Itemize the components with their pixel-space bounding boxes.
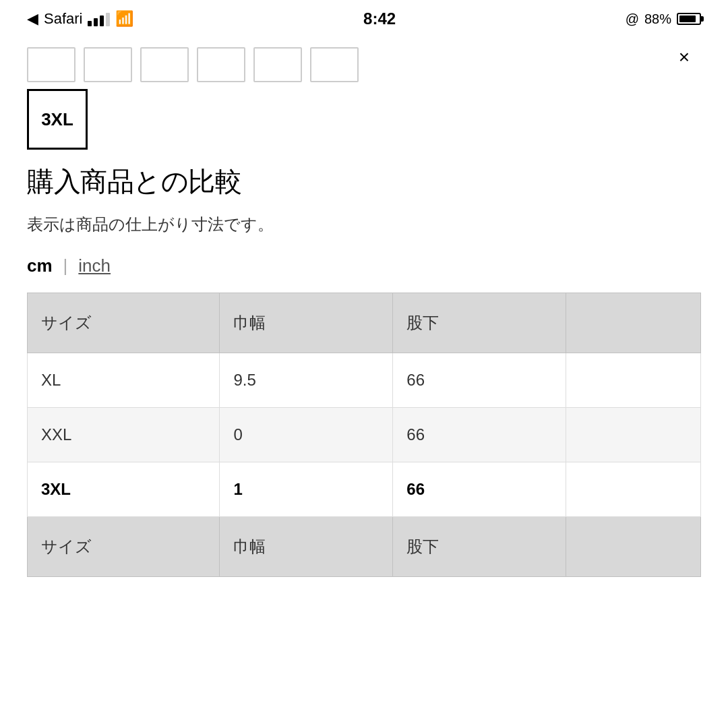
- unit-inch[interactable]: inch: [78, 255, 111, 276]
- cell-size-xxl: XXL: [28, 408, 220, 462]
- selected-size-badge: 3XL: [27, 89, 88, 150]
- header-extra: [566, 293, 701, 353]
- unit-toggle: cm | inch: [27, 255, 701, 276]
- time-display: 8:42: [363, 9, 396, 28]
- signal-bar-3: [100, 16, 104, 26]
- cell-extra-xxl: [566, 408, 701, 462]
- size-tab-1[interactable]: [27, 47, 75, 82]
- footer-haba: 巾幅: [220, 517, 393, 577]
- size-tab-5[interactable]: [253, 47, 302, 82]
- cell-mata-xxl: 66: [393, 408, 566, 462]
- battery-icon: [677, 13, 701, 25]
- carrier-label: Safari: [44, 10, 82, 28]
- signal-bars: [88, 11, 110, 26]
- status-left: ◀ Safari 📶: [27, 10, 133, 28]
- cell-size-xl: XL: [28, 353, 220, 408]
- status-bar: ◀ Safari 📶 8:42 @ 88%: [0, 0, 728, 35]
- cell-size-3xl: 3XL: [28, 462, 220, 517]
- footer-extra: [566, 517, 701, 577]
- size-tab-3[interactable]: [140, 47, 189, 82]
- description-text: 表示は商品の仕上がり寸法です。: [27, 214, 701, 235]
- footer-mata: 股下: [393, 517, 566, 577]
- battery-percent: 88%: [644, 11, 671, 27]
- footer-size: サイズ: [28, 517, 220, 577]
- cell-haba-xl: 9.5: [220, 353, 393, 408]
- cell-extra-3xl: [566, 462, 701, 517]
- selected-size-container: 3XL: [0, 89, 728, 150]
- header-haba: 巾幅: [220, 293, 393, 353]
- unit-cm[interactable]: cm: [27, 255, 53, 276]
- battery-fill: [679, 16, 696, 22]
- header-mata: 股下: [393, 293, 566, 353]
- cell-mata-3xl: 66: [393, 462, 566, 517]
- size-tab-6[interactable]: [310, 47, 359, 82]
- wifi-icon: 📶: [115, 10, 133, 28]
- header-size: サイズ: [28, 293, 220, 353]
- size-table: サイズ 巾幅 股下 XL 9.5 66 XXL 0 66 3XL 1: [27, 293, 701, 577]
- table-footer-row: サイズ 巾幅 股下: [28, 517, 701, 577]
- close-button[interactable]: ×: [667, 40, 701, 74]
- cell-haba-xxl: 0: [220, 408, 393, 462]
- table-header-row: サイズ 巾幅 股下: [28, 293, 701, 353]
- at-icon: @: [626, 11, 639, 27]
- table-row: XL 9.5 66: [28, 353, 701, 408]
- status-right: @ 88%: [626, 11, 701, 27]
- signal-bar-1: [88, 21, 92, 26]
- unit-divider: |: [63, 255, 68, 276]
- cell-mata-xl: 66: [393, 353, 566, 408]
- table-body: XL 9.5 66 XXL 0 66 3XL 1 66: [28, 353, 701, 517]
- battery-container: [677, 13, 701, 25]
- size-tabs-row: [0, 40, 728, 89]
- page-title: 購入商品との比較: [27, 163, 701, 200]
- signal-bar-4: [106, 13, 110, 26]
- cell-extra-xl: [566, 353, 701, 408]
- main-content: 購入商品との比較 表示は商品の仕上がり寸法です。 cm | inch サイズ 巾…: [0, 150, 728, 577]
- signal-bar-2: [94, 18, 98, 26]
- table-row-highlighted: 3XL 1 66: [28, 462, 701, 517]
- cell-haba-3xl: 1: [220, 462, 393, 517]
- back-arrow: ◀: [27, 10, 38, 28]
- table-row: XXL 0 66: [28, 408, 701, 462]
- size-tab-4[interactable]: [197, 47, 245, 82]
- size-tab-2[interactable]: [84, 47, 132, 82]
